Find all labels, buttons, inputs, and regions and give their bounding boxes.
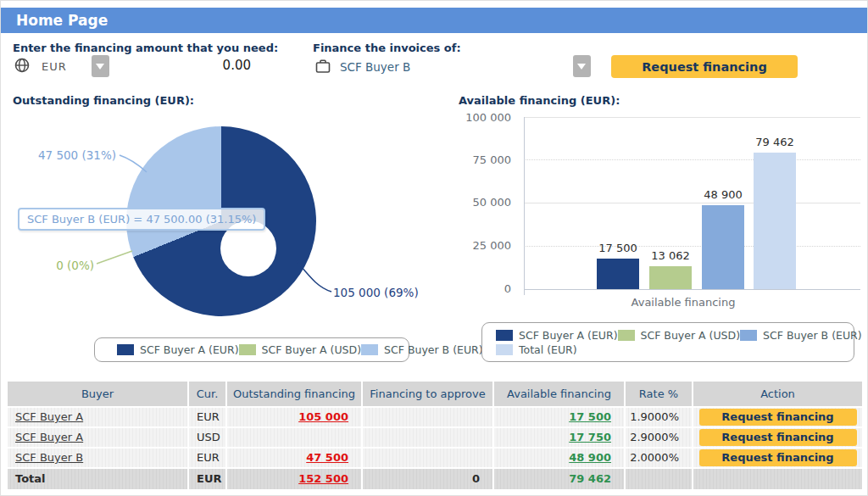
bar-scf-buyer-a-eur[interactable] [597,259,639,289]
bar-chart-title: Available financing (EUR): [459,94,620,107]
legend-label: SCF Buyer A (USD) [641,329,741,342]
cur-cell: EUR [189,449,225,467]
legend-item: SCF Buyer A (EUR) [496,329,618,342]
legend-swatch [740,330,757,341]
bar-x-axis-label: Available financing [543,296,823,309]
y-tick: 50 000 [425,196,511,209]
legend-item: SCF Buyer A (USD) [239,343,362,356]
total-rate-empty [626,469,692,489]
table-row: SCF Buyer A EUR 105 000 17 500 1.9000% R… [8,408,862,426]
legend-item: SCF Buyer A (USD) [618,329,741,342]
buyer-link[interactable]: SCF Buyer A [15,431,83,443]
bar-chart: 17 500 13 062 48 900 79 462 [524,117,860,289]
callout-buyer-b: 47 500 (31%) [18,148,116,162]
total-label: Total [8,469,187,489]
col-header-cur: Cur. [189,382,225,406]
total-to-approve: 0 [363,469,492,489]
page-header-bar: Home Page [1,8,868,33]
total-outstanding-link[interactable]: 152 500 [298,472,348,485]
table-header-row: Buyer Cur. Outstanding financing Financi… [8,382,862,406]
invoices-label: Finance the invoices of: [313,42,461,54]
legend-item: SCF Buyer A (EUR) [117,343,239,356]
bar-value-label: 48 900 [685,188,761,201]
outstanding-link[interactable]: 105 000 [298,410,348,423]
legend-label: SCF Buyer B (EUR) [384,343,483,356]
table-row: SCF Buyer A USD 17 750 2.9000% Request f… [8,428,862,447]
pie-legend: SCF Buyer A (EUR) SCF Buyer A (USD) SCF … [94,337,409,362]
to-approve-cell [363,428,492,447]
buyer-link[interactable]: SCF Buyer B [15,451,83,464]
bar-scf-buyer-a-usd[interactable] [649,266,692,289]
y-tick: 100 000 [425,111,511,124]
legend-swatch [496,344,513,355]
col-header-action: Action [693,382,862,406]
amount-input[interactable]: 0.00 [170,58,251,73]
row-request-financing-button[interactable]: Request financing [699,429,857,446]
legend-label: SCF Buyer B (EUR) [763,329,862,342]
bar-scf-buyer-b-eur[interactable] [702,205,744,289]
available-link[interactable]: 48 900 [569,451,611,464]
y-tick: 0 [425,282,511,295]
globe-icon [14,58,30,73]
pie-chart-title: Outstanding financing (EUR): [13,94,194,107]
pie-tooltip: SCF Buyer B (EUR) = 47 500.00 (31.15%) [18,208,265,231]
col-header-buyer: Buyer [8,382,187,406]
col-header-outstanding: Outstanding financing [227,382,361,406]
y-tick: 25 000 [425,239,511,252]
legend-item: SCF Buyer B (EUR) [361,343,483,356]
bar-total-eur[interactable] [754,153,796,289]
available-link[interactable]: 17 500 [569,410,611,423]
col-header-rate: Rate % [626,382,692,406]
briefcase-icon [315,59,331,74]
bar-value-label: 13 062 [632,249,709,262]
buyer-link[interactable]: SCF Buyer A [15,410,83,423]
invoices-selected-value: SCF Buyer B [340,60,410,74]
bar-group[interactable]: 79 462 [754,117,796,289]
to-approve-cell [363,449,492,467]
row-request-financing-button[interactable]: Request financing [699,449,857,466]
financing-table: Buyer Cur. Outstanding financing Financi… [8,382,862,491]
col-header-available: Available financing [494,382,624,406]
rate-cell: 2.0000% [626,449,692,467]
currency-selected-value: EUR [42,60,67,73]
y-tick: 75 000 [425,153,511,166]
total-available: 79 462 [569,472,611,485]
legend-item: Total (EUR) [496,343,618,356]
bar-group[interactable]: 17 500 [597,117,639,289]
bar-group[interactable]: 13 062 [649,117,692,289]
legend-swatch [496,330,513,341]
legend-label: SCF Buyer A (EUR) [519,329,618,342]
rate-cell: 1.9000% [626,408,692,426]
legend-swatch [361,344,378,355]
legend-label: SCF Buyer A (USD) [262,343,362,356]
amount-label: Enter the financing amount that you need… [13,42,278,54]
invoices-dropdown-button[interactable] [573,55,591,77]
callout-buyer-a-usd: 0 (0%) [53,259,94,272]
home-page: Home Page Enter the financing amount tha… [0,0,868,496]
table-row: SCF Buyer B EUR 47 500 48 900 2.0000% Re… [8,449,862,467]
page-title: Home Page [1,8,868,33]
to-approve-cell [363,408,492,426]
total-action-empty [693,469,862,489]
legend-swatch [618,330,635,341]
bar-legend: SCF Buyer A (EUR) SCF Buyer A (USD) SCF … [481,322,854,362]
col-header-to-approve: Financing to approve [363,382,492,406]
legend-item: SCF Buyer B (EUR) [740,329,862,342]
table-total-row: Total EUR 152 500 0 79 462 [8,469,862,489]
available-link[interactable]: 17 750 [569,431,611,443]
bar-value-label: 79 462 [737,136,813,148]
cur-cell: USD [189,428,225,447]
legend-label: SCF Buyer A (EUR) [140,343,239,356]
cur-cell: EUR [189,408,225,426]
legend-label: Total (EUR) [519,343,577,356]
outstanding-link[interactable]: 47 500 [306,451,348,464]
legend-swatch [239,344,256,355]
request-financing-button[interactable]: Request financing [611,55,798,78]
currency-dropdown-button[interactable] [92,55,109,77]
callout-buyer-a-eur: 105 000 (69%) [333,286,419,299]
row-request-financing-button[interactable]: Request financing [699,409,857,426]
outstanding-cell [227,428,361,447]
rate-cell: 2.9000% [626,428,692,447]
legend-swatch [117,344,134,355]
total-cur: EUR [189,469,225,489]
